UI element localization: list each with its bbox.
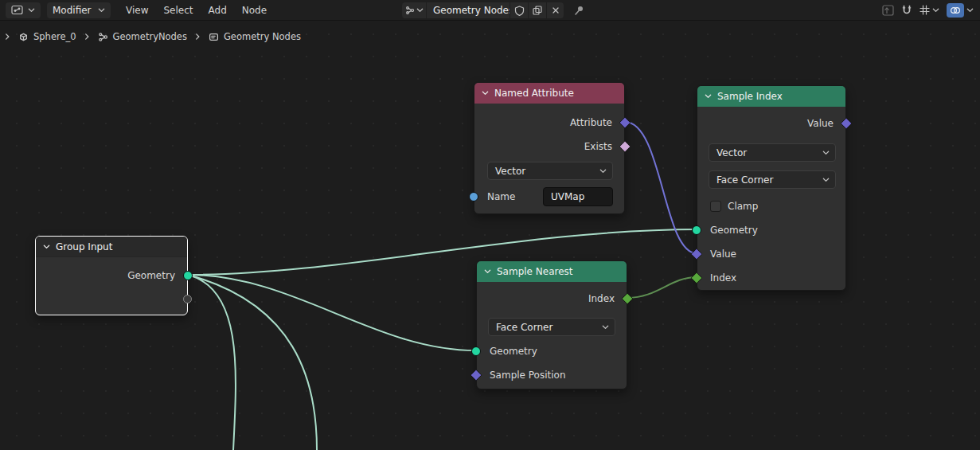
chevron-down-icon <box>822 151 830 155</box>
breadcrumb-modifier: GeometryNodes <box>98 31 187 42</box>
duplicate-icon <box>533 6 542 15</box>
data-type-dropdown[interactable]: Vector <box>709 143 836 162</box>
node-sample-index[interactable]: Sample Index Value Vector Face Corner Cl… <box>697 85 846 291</box>
domain-dropdown[interactable]: Face Corner <box>709 170 836 189</box>
input-label: Name <box>487 191 515 202</box>
input-row-geometry: Geometry <box>697 218 845 242</box>
breadcrumb-node-tree-label: Geometry Nodes <box>224 31 301 42</box>
node-title: Sample Index <box>717 91 783 102</box>
collapse-chevron-icon[interactable] <box>482 91 489 96</box>
data-type-dropdown[interactable]: Vector <box>487 162 613 180</box>
new-datablock-button[interactable] <box>529 2 546 18</box>
node-title: Sample Nearest <box>497 266 573 277</box>
node-header[interactable]: Sample Nearest <box>477 261 627 282</box>
input-label: Value <box>710 248 736 260</box>
collapse-chevron-icon[interactable] <box>484 269 491 274</box>
output-label: Value <box>807 118 834 129</box>
menu-bar: View Select Add Node <box>126 5 267 16</box>
chevron-down-icon <box>28 8 35 13</box>
input-row-geometry: Geometry <box>477 339 627 363</box>
breadcrumb-object: Sphere_0 <box>18 31 76 42</box>
grid-icon <box>919 5 930 15</box>
browse-node-tree-button[interactable] <box>402 2 426 18</box>
node-editor-canvas[interactable]: Sphere_0 GeometryNodes Geometry Nodes <box>0 21 980 450</box>
wire-index-to-index <box>627 277 697 298</box>
collapse-chevron-icon[interactable] <box>705 94 712 99</box>
chevron-down-icon <box>932 8 939 13</box>
shield-icon <box>514 6 525 16</box>
chevron-right-icon <box>6 33 10 41</box>
socket-geometry-input[interactable] <box>692 225 701 235</box>
menu-node[interactable]: Node <box>242 5 267 16</box>
output-row-exists: Exists <box>474 135 624 158</box>
output-row-geometry: Geometry <box>36 264 187 288</box>
menu-select[interactable]: Select <box>163 5 193 16</box>
header-right-group <box>882 3 980 18</box>
node-sample-nearest[interactable]: Sample Nearest Index Face Corner Geometr… <box>476 260 627 389</box>
output-row-index: Index <box>477 287 627 311</box>
output-label: Exists <box>584 141 612 152</box>
unlink-button[interactable] <box>547 2 564 18</box>
node-named-attribute[interactable]: Named Attribute Attribute Exists Vector … <box>474 82 625 214</box>
wire-attribute-to-value <box>625 122 697 253</box>
chevron-down-icon <box>98 8 105 13</box>
node-icon <box>209 32 219 42</box>
socket-geometry-input[interactable] <box>471 346 481 356</box>
node-header[interactable]: Named Attribute <box>474 83 624 104</box>
socket-virtual-output[interactable] <box>183 295 192 303</box>
snap-toggle-button[interactable] <box>901 5 912 15</box>
fake-user-button[interactable] <box>510 2 528 18</box>
chevron-down-icon <box>599 169 607 174</box>
overlays-dropdown[interactable] <box>966 8 974 13</box>
menu-view[interactable]: View <box>126 5 148 16</box>
socket-geometry-output[interactable] <box>183 271 193 280</box>
object-cube-icon <box>18 32 29 42</box>
name-input[interactable]: UVMap <box>543 187 613 206</box>
chevron-down-icon <box>966 8 974 13</box>
node-header[interactable]: Sample Index <box>697 86 845 107</box>
editor-header: Modifier View Select Add Node Geometry N… <box>0 0 980 21</box>
magnet-icon <box>901 5 912 15</box>
clamp-checkbox[interactable] <box>710 201 721 212</box>
output-row-value: Value <box>697 112 845 135</box>
collapse-chevron-icon[interactable] <box>43 245 50 249</box>
node-title: Group Input <box>56 241 112 252</box>
wire-geometry-offscreen-1 <box>188 275 236 450</box>
chevron-right-icon <box>195 33 200 41</box>
snap-mode-dropdown[interactable] <box>932 8 939 13</box>
output-label: Geometry <box>127 270 175 281</box>
domain-dropdown[interactable]: Face Corner <box>488 318 615 336</box>
pin-icon <box>573 5 584 16</box>
node-header[interactable]: Group Input <box>36 237 187 257</box>
go-to-parent-button[interactable] <box>882 5 894 16</box>
input-label: Index <box>710 272 736 284</box>
socket-name-input[interactable] <box>469 192 478 202</box>
snap-mode-group <box>919 5 939 15</box>
input-label: Geometry <box>710 225 758 236</box>
editor-type-button[interactable] <box>6 2 41 18</box>
snap-mode-button[interactable] <box>919 5 930 15</box>
breadcrumb-object-label: Sphere_0 <box>33 31 76 42</box>
data-type-value: Vector <box>495 166 525 177</box>
output-row-attribute: Attribute <box>474 111 624 135</box>
clamp-label: Clamp <box>728 201 758 212</box>
parent-tree-icon <box>882 5 894 16</box>
input-label: Geometry <box>490 346 537 357</box>
overlays-icon <box>950 6 961 15</box>
pin-button[interactable] <box>573 5 584 16</box>
node-group-input[interactable]: Group Input Geometry <box>35 236 188 315</box>
overlays-toggle-button[interactable] <box>947 3 964 18</box>
node-tree-icon <box>98 32 108 42</box>
mode-dropdown[interactable]: Modifier <box>47 2 111 18</box>
domain-value: Face Corner <box>716 174 773 186</box>
domain-value: Face Corner <box>496 322 552 333</box>
chevron-down-icon <box>602 325 609 330</box>
menu-add[interactable]: Add <box>209 5 227 16</box>
input-row-value: Value <box>697 242 845 266</box>
node-title: Named Attribute <box>494 88 574 99</box>
tree-name-field[interactable]: Geometry Nodes <box>427 2 510 18</box>
node-editor-icon <box>11 5 23 15</box>
chevron-right-icon <box>84 33 89 41</box>
breadcrumb-modifier-label: GeometryNodes <box>113 31 187 42</box>
datablock-selector: Geometry Nodes <box>402 2 584 18</box>
